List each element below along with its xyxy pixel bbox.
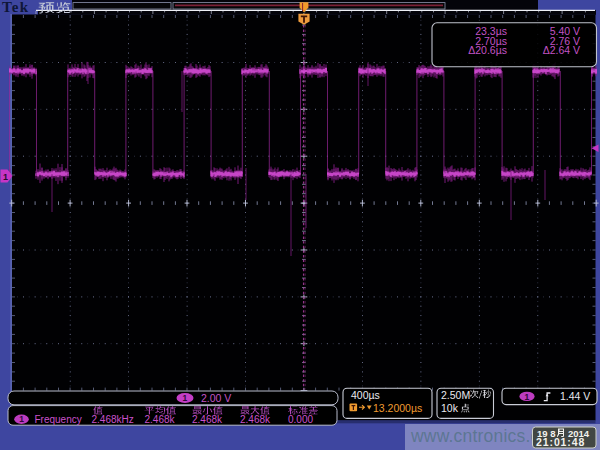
svg-text:10k: 10k [441, 402, 459, 414]
svg-text:1: 1 [183, 393, 188, 403]
svg-text:2.00 V: 2.00 V [201, 392, 231, 404]
svg-text:400µs: 400µs [351, 389, 380, 401]
svg-text:0.000: 0.000 [288, 414, 313, 425]
svg-text:1.44 V: 1.44 V [560, 390, 590, 402]
svg-text:2.468k: 2.468k [145, 414, 176, 425]
svg-text:1: 1 [3, 172, 8, 182]
svg-text:Frequency: Frequency [35, 414, 82, 425]
svg-text:Tek: Tek [2, 0, 29, 15]
svg-text:13.2000µs: 13.2000µs [373, 402, 422, 414]
svg-text:2.468k: 2.468k [240, 414, 271, 425]
svg-text:Δ20.6µs: Δ20.6µs [468, 44, 507, 56]
svg-text:Δ2.64 V: Δ2.64 V [543, 44, 580, 56]
svg-text:2.468kHz: 2.468kHz [92, 414, 134, 425]
svg-text:1: 1 [19, 414, 24, 424]
svg-text:1: 1 [525, 392, 530, 402]
svg-text:2.468k: 2.468k [192, 414, 223, 425]
svg-text:21:01:48: 21:01:48 [536, 436, 585, 448]
svg-text:2.50M: 2.50M [441, 389, 470, 401]
